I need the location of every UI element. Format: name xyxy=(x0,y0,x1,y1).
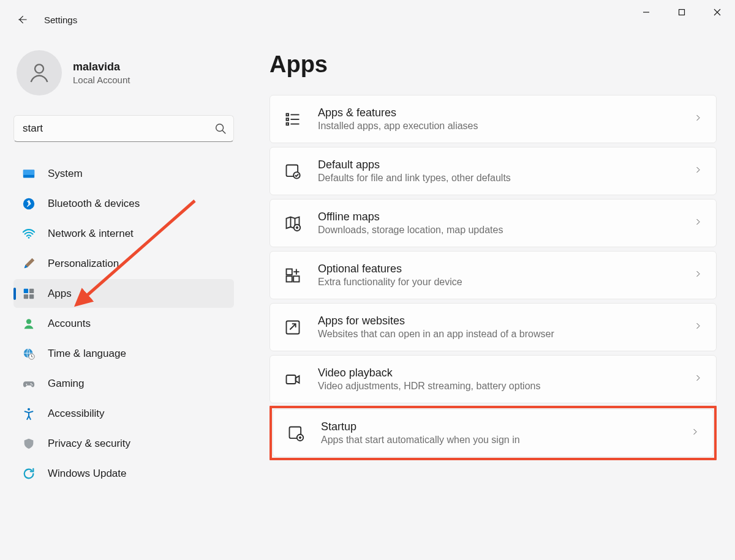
card-video-playback[interactable]: Video playback Video adjustments, HDR st… xyxy=(270,355,717,403)
default-icon xyxy=(284,162,302,181)
svg-rect-11 xyxy=(24,294,28,298)
account-section[interactable]: malavida Local Account xyxy=(13,45,233,111)
card-title: Offline maps xyxy=(318,211,677,223)
chevron-right-icon xyxy=(693,321,703,333)
card-subtitle: Video adjustments, HDR streaming, batter… xyxy=(318,381,677,392)
sidebar-item-label: Accessibility xyxy=(48,408,105,420)
map-icon xyxy=(284,214,302,233)
chevron-right-icon xyxy=(693,269,703,281)
card-title: Optional features xyxy=(318,263,677,275)
sidebar-item-label: Apps xyxy=(48,288,72,300)
display-icon xyxy=(22,167,36,181)
page-title: Apps xyxy=(270,51,717,78)
svg-point-16 xyxy=(26,384,27,385)
card-subtitle: Websites that can open in an app instead… xyxy=(318,329,677,340)
search-box[interactable] xyxy=(13,115,234,142)
search-input[interactable] xyxy=(23,122,209,135)
chevron-right-icon xyxy=(693,165,703,177)
minimize-button[interactable] xyxy=(628,0,664,24)
minimize-icon xyxy=(643,9,650,16)
svg-point-2 xyxy=(35,64,43,73)
sidebar-item-network[interactable]: Network & internet xyxy=(13,219,234,248)
svg-rect-1 xyxy=(679,10,685,15)
sidebar-item-gaming[interactable]: Gaming xyxy=(13,369,234,398)
sidebar-item-apps[interactable]: Apps xyxy=(13,279,234,308)
card-subtitle: Installed apps, app execution aliases xyxy=(318,121,677,132)
list-icon xyxy=(284,110,302,129)
wifi-icon xyxy=(22,227,36,241)
card-default-apps[interactable]: Default apps Defaults for file and link … xyxy=(270,147,717,195)
card-title: Apps for websites xyxy=(318,315,677,327)
sidebar-item-label: Windows Update xyxy=(48,468,127,480)
svg-point-8 xyxy=(28,237,30,239)
update-icon xyxy=(22,467,36,480)
content: Apps Apps & features Installed apps, app… xyxy=(239,39,735,560)
svg-line-4 xyxy=(222,130,225,133)
card-apps-features[interactable]: Apps & features Installed apps, app exec… xyxy=(270,95,717,143)
sidebar-item-time[interactable]: Time & language xyxy=(13,339,234,368)
svg-rect-30 xyxy=(287,276,292,282)
sidebar-item-bluetooth[interactable]: Bluetooth & devices xyxy=(13,189,234,218)
card-optional-features[interactable]: Optional features Extra functionality fo… xyxy=(270,251,717,299)
sidebar-item-personalization[interactable]: Personalization xyxy=(13,249,234,278)
svg-point-17 xyxy=(31,383,32,384)
svg-rect-33 xyxy=(287,375,296,384)
chevron-right-icon xyxy=(693,373,703,385)
svg-rect-10 xyxy=(29,288,34,293)
sidebar-item-label: System xyxy=(48,168,83,180)
titlebar: Settings xyxy=(0,0,735,39)
sidebar-item-label: Privacy & security xyxy=(48,438,130,450)
card-subtitle: Downloads, storage location, map updates xyxy=(318,225,677,236)
chevron-right-icon xyxy=(690,427,699,439)
user-icon xyxy=(27,61,51,85)
card-subtitle: Apps that start automatically when you s… xyxy=(321,435,674,446)
card-offline-maps[interactable]: Offline maps Downloads, storage location… xyxy=(270,199,717,247)
card-apps-websites[interactable]: Apps for websites Websites that can open… xyxy=(270,303,717,351)
back-button[interactable] xyxy=(12,10,32,29)
svg-rect-9 xyxy=(24,288,28,293)
open-app-icon xyxy=(284,318,302,337)
sidebar-item-label: Bluetooth & devices xyxy=(48,198,140,210)
close-icon xyxy=(714,9,721,16)
svg-rect-29 xyxy=(287,269,292,274)
close-button[interactable] xyxy=(699,0,735,24)
account-name: malavida xyxy=(73,61,130,73)
app-title: Settings xyxy=(44,15,77,25)
window-controls xyxy=(628,0,735,39)
card-subtitle: Extra functionality for your device xyxy=(318,277,677,288)
gamepad-icon xyxy=(22,377,36,390)
sidebar-item-label: Time & language xyxy=(48,348,126,360)
card-startup[interactable]: Startup Apps that start automatically wh… xyxy=(273,409,714,457)
apps-icon xyxy=(22,287,36,301)
sidebar-item-system[interactable]: System xyxy=(13,159,234,188)
svg-rect-22 xyxy=(287,122,289,125)
maximize-button[interactable] xyxy=(664,0,699,24)
person-icon xyxy=(22,317,36,330)
sidebar-item-accounts[interactable]: Accounts xyxy=(13,309,234,338)
avatar xyxy=(17,50,62,95)
nav-list: System Bluetooth & devices Network & int… xyxy=(13,159,233,488)
search-icon xyxy=(214,122,227,135)
sidebar-item-accessibility[interactable]: Accessibility xyxy=(13,399,234,428)
svg-point-13 xyxy=(26,319,31,324)
annotation-highlight: Startup Apps that start automatically wh… xyxy=(270,406,717,460)
shield-icon xyxy=(22,437,36,450)
svg-rect-31 xyxy=(293,276,299,282)
svg-point-3 xyxy=(216,124,224,132)
svg-rect-12 xyxy=(29,294,34,298)
sidebar-item-update[interactable]: Windows Update xyxy=(13,459,234,488)
arrow-left-icon xyxy=(16,13,28,26)
bluetooth-icon xyxy=(22,197,36,211)
sidebar: malavida Local Account System xyxy=(0,39,239,560)
maximize-icon xyxy=(678,9,685,16)
card-subtitle: Defaults for file and link types, other … xyxy=(318,173,677,184)
sidebar-item-label: Personalization xyxy=(48,258,119,270)
svg-rect-20 xyxy=(287,113,289,116)
card-title: Video playback xyxy=(318,367,677,379)
chevron-right-icon xyxy=(693,217,703,229)
startup-icon xyxy=(287,424,305,442)
svg-point-18 xyxy=(32,384,33,385)
video-icon xyxy=(284,370,302,389)
sidebar-item-privacy[interactable]: Privacy & security xyxy=(13,429,234,458)
svg-rect-6 xyxy=(23,170,34,174)
